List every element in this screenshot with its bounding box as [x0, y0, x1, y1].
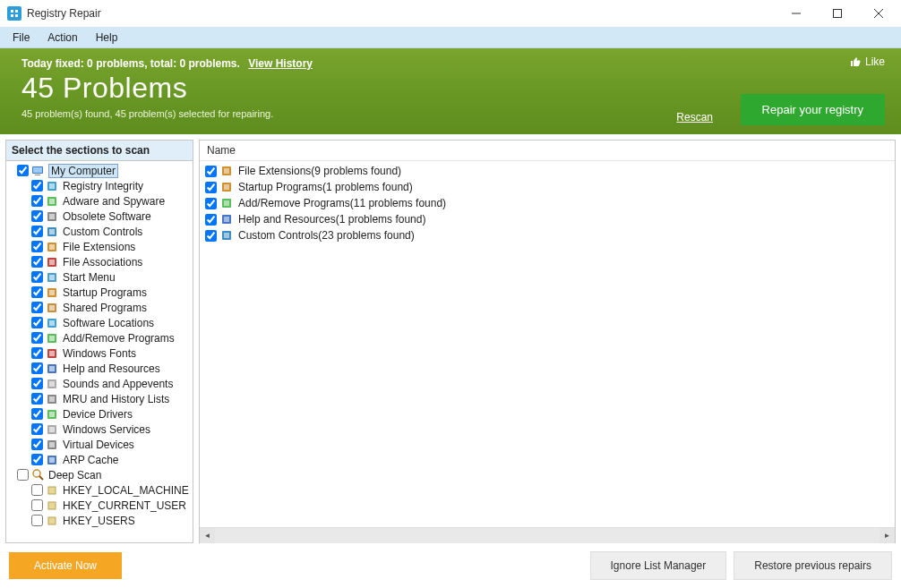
svg-rect-1 [11, 10, 13, 13]
svg-rect-10 [33, 167, 42, 173]
tree-item-label: Windows Fonts [63, 347, 136, 360]
repair-button[interactable]: Repair your registry [741, 94, 885, 125]
tree-item[interactable]: Software Locations [6, 315, 193, 330]
activate-button[interactable]: Activate Now [9, 552, 122, 579]
checkbox-section[interactable] [31, 317, 43, 328]
checkbox-result[interactable] [205, 198, 217, 209]
rescan-link[interactable]: Rescan [676, 111, 713, 124]
checkbox-result[interactable] [205, 182, 217, 193]
tree-item[interactable]: File Extensions [6, 239, 193, 254]
status-line: Today fixed: 0 problems, total: 0 proble… [21, 57, 880, 70]
menu-help[interactable]: Help [87, 30, 127, 46]
result-label: Add/Remove Programs(11 problems found) [238, 197, 446, 209]
close-button[interactable] [858, 0, 899, 27]
checkbox-section[interactable] [31, 302, 43, 313]
result-row[interactable]: Startup Programs(1 problems found) [200, 179, 895, 195]
tree-item[interactable]: Add/Remove Programs [6, 330, 193, 345]
tree-item-label: Obsolete Software [63, 210, 151, 223]
checkbox-section[interactable] [31, 226, 43, 237]
view-history-link[interactable]: View History [248, 57, 313, 70]
svg-rect-2 [15, 10, 18, 13]
checkbox-section[interactable] [31, 362, 43, 374]
checkbox-section[interactable] [31, 423, 43, 435]
tree-item[interactable]: Device Drivers [6, 406, 193, 422]
tree-item[interactable]: MRU and History Lists [6, 391, 193, 406]
checkbox-deep-item[interactable] [31, 499, 43, 511]
checkbox-section[interactable] [31, 393, 43, 405]
checkbox-my-computer[interactable] [17, 165, 29, 176]
section-icon [46, 347, 60, 360]
tree-root-deep-scan[interactable]: Deep Scan [6, 467, 193, 482]
scroll-track[interactable] [215, 528, 880, 543]
checkbox-section[interactable] [31, 180, 43, 192]
tree-item[interactable]: Virtual Devices [6, 437, 193, 452]
tree-item[interactable]: Shared Programs [6, 300, 193, 315]
checkbox-section[interactable] [31, 439, 43, 450]
tree-item[interactable]: Obsolete Software [6, 209, 193, 224]
tree-item[interactable]: Adware and Spyware [6, 193, 193, 209]
section-icon [46, 454, 60, 466]
checkbox-deep-scan[interactable] [17, 469, 29, 481]
horizontal-scrollbar[interactable]: ◄ ► [200, 527, 895, 542]
tree-item-label: ARP Cache [63, 454, 118, 466]
tree-item[interactable]: Windows Services [6, 422, 193, 437]
tree-item-label: Virtual Devices [63, 439, 134, 451]
tree-item[interactable]: Startup Programs [6, 285, 193, 300]
section-icon [46, 256, 60, 268]
tree-item[interactable]: Sounds and Appevents [6, 376, 193, 391]
tree-item[interactable]: Start Menu [6, 269, 193, 285]
result-row[interactable]: Add/Remove Programs(11 problems found) [200, 195, 895, 211]
tree-item[interactable]: Help and Resources [6, 361, 193, 376]
checkbox-section[interactable] [31, 256, 43, 268]
result-row[interactable]: Help and Resources(1 problems found) [200, 211, 895, 227]
thumbs-up-icon [849, 55, 862, 68]
column-header-name[interactable]: Name [200, 141, 895, 161]
tree-item-deep[interactable]: HKEY_CURRENT_USER [6, 498, 193, 513]
svg-rect-39 [49, 381, 55, 387]
menu-file[interactable]: File [4, 30, 39, 46]
checkbox-section[interactable] [31, 454, 43, 465]
checkbox-section[interactable] [31, 347, 43, 359]
svg-rect-13 [49, 183, 55, 189]
section-icon [46, 302, 60, 314]
svg-rect-11 [35, 175, 40, 175]
header-banner: Today fixed: 0 problems, total: 0 proble… [0, 48, 901, 134]
checkbox-section[interactable] [31, 271, 43, 283]
section-icon [46, 317, 60, 329]
tree-item-deep[interactable]: HKEY_LOCAL_MACHINE [6, 482, 193, 498]
tree-item[interactable]: Registry Integrity [6, 178, 193, 193]
tree-root-my-computer[interactable]: My Computer [6, 163, 193, 178]
ignore-list-button[interactable]: Ignore List Manager [590, 551, 727, 580]
tree-item[interactable]: File Associations [6, 254, 193, 269]
checkbox-section[interactable] [31, 286, 43, 298]
tree-item[interactable]: Custom Controls [6, 224, 193, 239]
restore-repairs-button[interactable]: Restore previous repairs [734, 551, 892, 580]
tree-item-label: Shared Programs [63, 302, 147, 314]
checkbox-section[interactable] [31, 195, 43, 207]
checkbox-section[interactable] [31, 332, 43, 344]
result-row[interactable]: Custom Controls(23 problems found) [200, 227, 895, 243]
tree-item[interactable]: Windows Fonts [6, 345, 193, 361]
checkbox-result[interactable] [205, 230, 217, 242]
checkbox-section[interactable] [31, 241, 43, 252]
svg-rect-56 [224, 168, 229, 174]
tree-item-deep[interactable]: HKEY_USERS [6, 513, 193, 528]
checkbox-result[interactable] [205, 214, 217, 226]
checkbox-result[interactable] [205, 166, 217, 177]
tree-item-label: HKEY_LOCAL_MACHINE [63, 484, 189, 497]
minimize-button[interactable] [776, 0, 817, 27]
menu-action[interactable]: Action [39, 30, 86, 46]
svg-rect-49 [49, 457, 55, 463]
checkbox-section[interactable] [31, 210, 43, 222]
like-button[interactable]: Like [849, 55, 885, 68]
checkbox-section[interactable] [31, 408, 43, 420]
checkbox-deep-item[interactable] [31, 484, 43, 496]
checkbox-section[interactable] [31, 378, 43, 389]
scroll-right-arrow[interactable]: ► [880, 528, 895, 543]
scroll-left-arrow[interactable]: ◄ [200, 528, 215, 543]
checkbox-deep-item[interactable] [31, 515, 43, 526]
tree-item[interactable]: ARP Cache [6, 452, 193, 467]
result-row[interactable]: File Extensions(9 problems found) [200, 163, 895, 179]
tree-item-label: HKEY_USERS [63, 515, 135, 527]
maximize-button[interactable] [817, 0, 858, 27]
